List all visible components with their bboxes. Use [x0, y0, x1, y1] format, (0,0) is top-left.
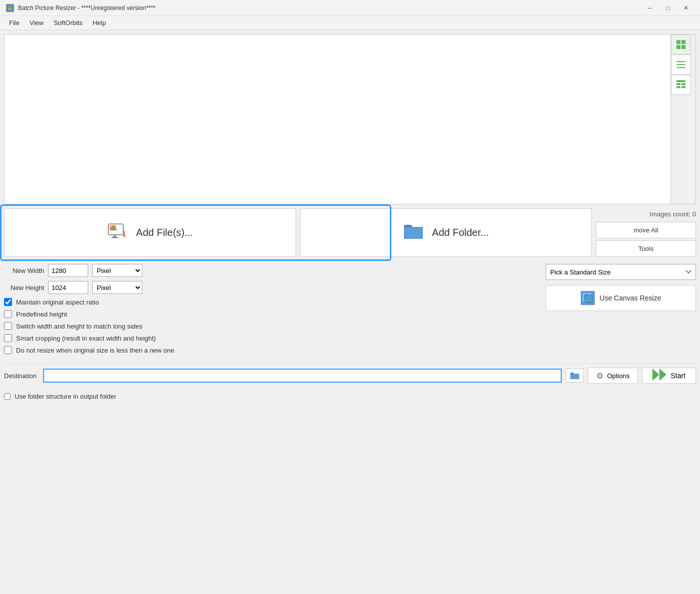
minimize-button[interactable]: ─ [642, 2, 658, 14]
svg-rect-1 [8, 8, 12, 10]
standard-size-container: Pick a Standard Size 640×480 800×600 102… [546, 264, 696, 280]
menu-view[interactable]: View [25, 17, 49, 29]
svg-rect-3 [676, 40, 680, 44]
standard-size-select[interactable]: Pick a Standard Size 640×480 800×600 102… [546, 264, 696, 280]
bottom-section: Add File(s)... Add Folder... Images coun… [4, 208, 696, 590]
smart-cropping-row: Smart cropping (result in exact width an… [4, 334, 534, 342]
svg-rect-23 [124, 231, 125, 235]
app-icon [6, 4, 14, 12]
canvas-resize-label: Use Canvas Resize [600, 294, 661, 302]
options-button[interactable]: ⚙ Options [588, 368, 638, 384]
destination-label: Destination [4, 372, 39, 380]
svg-marker-26 [652, 369, 659, 381]
action-buttons-row: Add File(s)... Add Folder... Images coun… [4, 208, 696, 257]
smart-cropping-label[interactable]: Smart cropping (result in exact width an… [16, 335, 156, 342]
settings-row: New Width Pixel Percent Inch cm New Heig… [4, 260, 696, 356]
image-preview-area [4, 34, 671, 204]
folder-structure-label[interactable]: Use folder structure in output folder [15, 393, 116, 400]
gear-icon: ⚙ [596, 371, 603, 381]
add-files-icon [107, 221, 128, 244]
predefined-height-checkbox[interactable] [4, 310, 12, 318]
title-bar: Batch Picture Resizer - ****Unregistered… [0, 0, 700, 16]
height-input[interactable] [48, 281, 88, 294]
main-window: Add File(s)... Add Folder... Images coun… [0, 30, 700, 594]
height-label: New Height [4, 284, 44, 291]
svg-rect-9 [676, 67, 685, 68]
maintain-aspect-checkbox[interactable] [4, 298, 12, 306]
add-files-label: Add File(s)... [136, 227, 193, 238]
svg-marker-27 [659, 369, 666, 381]
start-arrow-icon [652, 369, 666, 383]
remove-all-button[interactable]: move All [596, 222, 696, 238]
width-input[interactable] [48, 264, 88, 277]
do-not-resize-row: Do not resize when original size is less… [4, 346, 534, 354]
svg-rect-2 [8, 6, 12, 8]
switch-sides-checkbox[interactable] [4, 322, 12, 330]
do-not-resize-checkbox[interactable] [4, 346, 12, 354]
do-not-resize-label[interactable]: Do not resize when original size is less… [16, 347, 174, 354]
add-folder-icon [403, 221, 424, 244]
right-controls: Images count: 0 move All Tools [596, 208, 696, 257]
height-row: New Height Pixel Percent Inch cm [4, 281, 534, 294]
destination-row: Destination ⚙ Options Start [4, 363, 696, 388]
destination-browse-button[interactable] [566, 369, 584, 383]
add-folder-label: Add Folder... [432, 227, 489, 238]
width-row: New Width Pixel Percent Inch cm [4, 264, 534, 277]
svg-rect-20 [114, 235, 116, 237]
maintain-aspect-label[interactable]: Maintain original aspect ratio [16, 299, 99, 306]
svg-rect-4 [681, 40, 685, 44]
canvas-resize-icon [581, 291, 595, 305]
folder-structure-checkbox[interactable] [4, 393, 11, 400]
svg-rect-12 [681, 83, 685, 85]
svg-rect-13 [676, 86, 680, 88]
window-title: Batch Picture Resizer - ****Unregistered… [18, 5, 155, 12]
maximize-button[interactable]: □ [660, 2, 676, 14]
menu-file[interactable]: File [4, 17, 25, 29]
menu-bar: File View SoftOrbits Help [0, 16, 700, 30]
width-label: New Width [4, 267, 44, 274]
svg-rect-14 [681, 86, 685, 88]
close-button[interactable]: ✕ [678, 2, 694, 14]
images-count: Images count: 0 [650, 208, 696, 220]
svg-rect-8 [676, 64, 685, 65]
predefined-height-row: Predefined height [4, 310, 534, 318]
view-sidebar [671, 34, 696, 204]
height-unit-select[interactable]: Pixel Percent Inch cm [92, 281, 142, 294]
destination-input[interactable] [43, 369, 562, 383]
switch-sides-row: Switch width and height to match long si… [4, 322, 534, 330]
switch-sides-label[interactable]: Switch width and height to match long si… [16, 323, 142, 330]
grid-view-button[interactable] [671, 35, 691, 55]
svg-rect-21 [112, 237, 118, 238]
svg-point-18 [110, 226, 112, 228]
svg-rect-6 [681, 45, 685, 49]
smart-cropping-checkbox[interactable] [4, 334, 12, 342]
add-files-button[interactable]: Add File(s)... [4, 208, 296, 257]
width-unit-select[interactable]: Pixel Percent Inch cm [92, 264, 142, 277]
predefined-height-label[interactable]: Predefined height [16, 311, 67, 318]
svg-rect-25 [585, 295, 592, 303]
tools-button[interactable]: Tools [596, 240, 696, 257]
svg-rect-7 [676, 61, 685, 62]
add-folder-button[interactable]: Add Folder... [300, 208, 592, 257]
list-view-button[interactable] [671, 55, 691, 75]
start-button[interactable]: Start [642, 368, 696, 384]
canvas-resize-button[interactable]: Use Canvas Resize [546, 285, 696, 311]
settings-left: New Width Pixel Percent Inch cm New Heig… [4, 264, 534, 354]
folder-structure-row: Use folder structure in output folder [4, 391, 696, 402]
table-view-button[interactable] [671, 75, 691, 95]
maintain-aspect-row: Maintain original aspect ratio [4, 298, 534, 306]
svg-rect-5 [676, 45, 680, 49]
svg-rect-10 [676, 80, 685, 82]
start-label: Start [670, 372, 685, 380]
menu-help[interactable]: Help [88, 17, 111, 29]
options-label: Options [607, 372, 630, 380]
svg-rect-11 [676, 83, 680, 85]
window-controls: ─ □ ✕ [642, 2, 694, 14]
menu-softorbits[interactable]: SoftOrbits [49, 17, 88, 29]
svg-marker-22 [123, 235, 126, 238]
settings-right: Pick a Standard Size 640×480 800×600 102… [546, 264, 696, 354]
